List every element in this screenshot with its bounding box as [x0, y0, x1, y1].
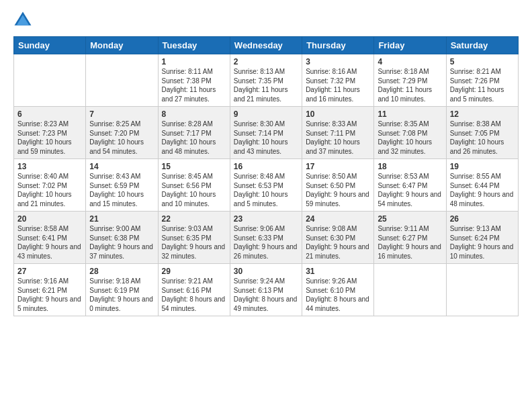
day-info-line: Sunset: 6:59 PM: [89, 181, 154, 191]
day-info-line: Daylight: 10 hours and 15 minutes.: [89, 190, 154, 208]
weekday-tuesday: Tuesday: [158, 37, 230, 54]
logo-icon: [13, 11, 32, 30]
calendar-cell: 3Sunrise: 8:16 AMSunset: 7:32 PMDaylight…: [302, 54, 374, 107]
calendar-cell: 22Sunrise: 9:03 AMSunset: 6:35 PMDayligh…: [158, 212, 230, 264]
day-info-line: Sunrise: 9:21 AM: [162, 277, 226, 286]
day-info-line: Sunset: 6:16 PM: [162, 286, 226, 295]
day-info-line: Sunrise: 8:58 AM: [17, 224, 82, 234]
day-number: 6: [17, 109, 82, 119]
day-info-line: Sunrise: 9:18 AM: [89, 277, 154, 286]
day-info-line: Daylight: 10 hours and 5 minutes.: [234, 190, 298, 208]
page: SundayMondayTuesdayWednesdayThursdayFrid…: [0, 0, 532, 411]
day-info-line: Sunset: 6:27 PM: [378, 234, 442, 243]
calendar-cell: [374, 264, 446, 316]
day-number: 10: [306, 109, 370, 119]
day-info-line: Sunrise: 8:43 AM: [89, 172, 154, 181]
day-info-line: Sunrise: 8:53 AM: [378, 172, 442, 181]
day-info-line: Daylight: 8 hours and 44 minutes.: [306, 295, 370, 313]
day-info-line: Daylight: 11 hours and 5 minutes.: [450, 85, 515, 103]
day-number: 1: [162, 57, 226, 66]
day-number: 12: [450, 109, 515, 119]
day-info-line: Sunset: 7:23 PM: [17, 129, 82, 138]
day-number: 30: [234, 267, 298, 276]
calendar-cell: 1Sunrise: 8:11 AMSunset: 7:38 PMDaylight…: [158, 54, 230, 107]
calendar-cell: 29Sunrise: 9:21 AMSunset: 6:16 PMDayligh…: [158, 264, 230, 316]
day-info-line: Sunrise: 9:24 AM: [234, 277, 298, 286]
day-info-line: Sunset: 6:53 PM: [234, 181, 298, 191]
day-info-line: Sunset: 6:47 PM: [378, 181, 442, 191]
day-number: 22: [162, 214, 226, 224]
day-number: 11: [378, 109, 442, 119]
day-info-line: Daylight: 10 hours and 48 minutes.: [162, 138, 226, 156]
day-info-line: Sunset: 6:33 PM: [234, 234, 298, 243]
calendar-cell: 5Sunrise: 8:21 AMSunset: 7:26 PMDaylight…: [446, 54, 518, 107]
day-info-line: Sunset: 7:14 PM: [234, 129, 298, 138]
day-info-line: Daylight: 9 hours and 0 minutes.: [89, 295, 154, 313]
day-info-line: Sunset: 7:29 PM: [378, 77, 442, 86]
day-info-line: Daylight: 9 hours and 59 minutes.: [306, 190, 370, 208]
day-info-line: Sunset: 6:35 PM: [162, 234, 226, 243]
calendar-cell: [86, 54, 158, 107]
day-info-line: Sunset: 6:13 PM: [234, 286, 298, 295]
weekday-saturday: Saturday: [446, 37, 518, 54]
day-info-line: Sunset: 6:21 PM: [17, 286, 82, 295]
day-info-line: Sunset: 7:20 PM: [89, 129, 154, 138]
calendar-cell: 11Sunrise: 8:35 AMSunset: 7:08 PMDayligh…: [374, 107, 446, 159]
day-info-line: Sunrise: 8:50 AM: [306, 172, 370, 181]
day-info-line: Daylight: 10 hours and 32 minutes.: [378, 138, 442, 156]
day-info-line: Sunset: 6:30 PM: [306, 234, 370, 243]
day-info-line: Sunrise: 8:40 AM: [17, 172, 82, 181]
calendar-cell: 2Sunrise: 8:13 AMSunset: 7:35 PMDaylight…: [230, 54, 302, 107]
day-info-line: Sunrise: 9:26 AM: [306, 277, 370, 286]
day-info-line: Sunrise: 9:16 AM: [17, 277, 82, 286]
day-number: 27: [17, 267, 82, 276]
calendar-week-2: 6Sunrise: 8:23 AMSunset: 7:23 PMDaylight…: [14, 107, 519, 159]
day-info-line: Sunrise: 8:48 AM: [234, 172, 298, 181]
day-info-line: Sunset: 7:02 PM: [17, 181, 82, 191]
day-info-line: Daylight: 10 hours and 43 minutes.: [234, 138, 298, 156]
day-number: 29: [162, 267, 226, 276]
day-number: 21: [89, 214, 154, 224]
calendar-cell: 6Sunrise: 8:23 AMSunset: 7:23 PMDaylight…: [14, 107, 86, 159]
day-info-line: Daylight: 9 hours and 37 minutes.: [89, 242, 154, 261]
calendar-week-3: 13Sunrise: 8:40 AMSunset: 7:02 PMDayligh…: [14, 159, 519, 212]
weekday-thursday: Thursday: [302, 37, 374, 54]
calendar-week-5: 27Sunrise: 9:16 AMSunset: 6:21 PMDayligh…: [14, 264, 519, 316]
calendar-cell: 12Sunrise: 8:38 AMSunset: 7:05 PMDayligh…: [446, 107, 518, 159]
day-info-line: Daylight: 9 hours and 5 minutes.: [17, 295, 82, 313]
weekday-friday: Friday: [374, 37, 446, 54]
day-info-line: Sunset: 6:19 PM: [89, 286, 154, 295]
day-number: 4: [378, 57, 442, 66]
day-info-line: Sunrise: 8:30 AM: [234, 120, 298, 129]
day-number: 19: [450, 162, 515, 171]
day-info-line: Daylight: 10 hours and 21 minutes.: [17, 190, 82, 208]
calendar-cell: 23Sunrise: 9:06 AMSunset: 6:33 PMDayligh…: [230, 212, 302, 264]
day-info-line: Sunset: 6:24 PM: [450, 234, 515, 243]
day-info-line: Daylight: 11 hours and 27 minutes.: [162, 85, 226, 103]
day-info-line: Daylight: 10 hours and 10 minutes.: [162, 190, 226, 208]
day-info-line: Sunrise: 8:45 AM: [162, 172, 226, 181]
day-info-line: Daylight: 9 hours and 10 minutes.: [450, 242, 515, 261]
day-info-line: Sunset: 7:38 PM: [162, 77, 226, 86]
day-info-line: Sunrise: 9:03 AM: [162, 224, 226, 234]
day-number: 31: [306, 267, 370, 276]
day-info-line: Daylight: 10 hours and 37 minutes.: [306, 138, 370, 156]
day-info-line: Sunrise: 8:33 AM: [306, 120, 370, 129]
calendar-cell: 26Sunrise: 9:13 AMSunset: 6:24 PMDayligh…: [446, 212, 518, 264]
day-info-line: Sunset: 7:35 PM: [234, 77, 298, 86]
day-info-line: Sunrise: 8:23 AM: [17, 120, 82, 129]
day-number: 20: [17, 214, 82, 224]
weekday-monday: Monday: [86, 37, 158, 54]
calendar-table: SundayMondayTuesdayWednesdayThursdayFrid…: [13, 36, 519, 316]
day-info-line: Daylight: 9 hours and 48 minutes.: [450, 190, 515, 208]
logo: [13, 11, 35, 30]
day-number: 18: [378, 162, 442, 171]
calendar-week-1: 1Sunrise: 8:11 AMSunset: 7:38 PMDaylight…: [14, 54, 519, 107]
day-number: 13: [17, 162, 82, 171]
weekday-header-row: SundayMondayTuesdayWednesdayThursdayFrid…: [14, 37, 519, 54]
day-info-line: Daylight: 8 hours and 49 minutes.: [234, 295, 298, 313]
weekday-wednesday: Wednesday: [230, 37, 302, 54]
day-info-line: Daylight: 9 hours and 54 minutes.: [378, 190, 442, 208]
day-info-line: Sunrise: 8:16 AM: [306, 67, 370, 77]
day-info-line: Sunrise: 9:06 AM: [234, 224, 298, 234]
